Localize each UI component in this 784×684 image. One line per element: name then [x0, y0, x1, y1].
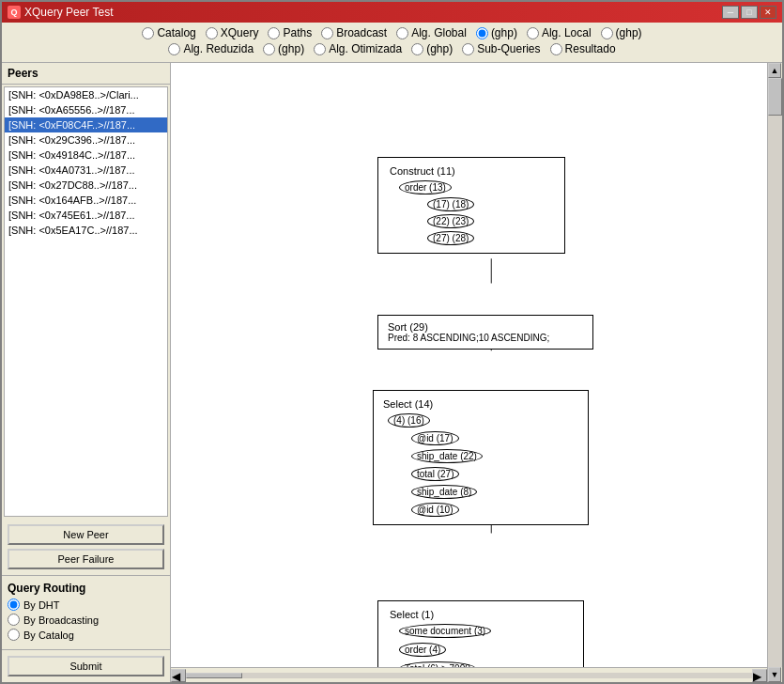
node-27-28: (27) (28) [427, 231, 474, 245]
radio-ghp3[interactable]: (ghp) [263, 42, 304, 55]
construct-box: Construct (11) order (13) (17) (18) (22)… [377, 157, 565, 254]
content-area: Catalog XQuery Paths Broadcast Alg. Glob… [2, 23, 782, 682]
main-window: Q XQuery Peer Test ─ □ ✕ Catalog XQuery … [0, 0, 784, 684]
node-total-27: total (27) [411, 467, 459, 481]
sidebar-header: Peers [2, 63, 170, 85]
maximize-button[interactable]: □ [741, 6, 758, 19]
v-scrollbar[interactable]: ▲ ▼ [767, 63, 782, 682]
peer-item[interactable]: [SNH: <0x27DC88..>//187... [5, 178, 167, 193]
sidebar: Peers [SNH: <0xDA98E8..>/Clari... [SNH: … [2, 63, 171, 682]
radio-ghp2[interactable]: (ghp) [601, 26, 642, 39]
radio-row-1: Catalog XQuery Paths Broadcast Alg. Glob… [9, 26, 775, 39]
select2-box: Select (1) some document (3) order (4) T… [377, 600, 584, 667]
radio-broadcast[interactable]: Broadcast [321, 26, 387, 39]
radio-bar: Catalog XQuery Paths Broadcast Alg. Glob… [2, 23, 782, 63]
diagram-outer: Construct (11) order (13) (17) (18) (22)… [171, 63, 767, 682]
radio-ghp1[interactable]: (ghp) [476, 26, 517, 39]
routing-dht[interactable]: By DHT [8, 598, 164, 611]
h-scrollbar[interactable]: ◀ ▶ [171, 667, 767, 682]
peer-item[interactable]: [SNH: <0x29C396..>//187... [5, 132, 167, 148]
query-routing: Query Routing By DHT By Broadcasting By … [2, 575, 170, 649]
construct-title: Construct (11) [390, 165, 553, 177]
select1-children: @id (17) ship_date (22) total (27) ship_… [411, 428, 578, 517]
peer-item-selected[interactable]: [SNH: <0xF08C4F..>//187... [5, 117, 167, 132]
node-atid-17: @id (17) [411, 431, 459, 445]
radio-alg-local[interactable]: Alg. Local [527, 26, 592, 39]
node-ship-date-8: ship_date (8) [411, 485, 477, 499]
diagram-svg [171, 63, 767, 667]
title-bar: Q XQuery Peer Test ─ □ ✕ [2, 2, 782, 23]
submit-button[interactable]: Submit [8, 656, 164, 676]
order-node: order (13) [399, 180, 452, 194]
sidebar-buttons: New Peer Peer Failure [2, 519, 170, 575]
scroll-thumb[interactable] [186, 673, 242, 678]
node-some-doc: some document (3) [399, 624, 491, 638]
peers-list[interactable]: [SNH: <0xDA98E8..>/Clari... [SNH: <0xA65… [4, 86, 168, 517]
peer-item[interactable]: [SNH: <0x4A0731..>//187... [5, 163, 167, 178]
scroll-left-button[interactable]: ◀ [171, 669, 186, 682]
scroll-down-button[interactable]: ▼ [768, 667, 781, 682]
radio-row-2: Alg. Reduzida (ghp) Alg. Otimizada (ghp)… [9, 42, 775, 55]
minimize-button[interactable]: ─ [722, 6, 739, 19]
sort-pred: Pred: 8 ASCENDING;10 ASCENDING; [388, 333, 583, 343]
app-icon: Q [8, 6, 21, 19]
node-4-16: (4) (16) [388, 413, 430, 428]
radio-paths[interactable]: Paths [268, 26, 312, 39]
node-atid-10: @id (10) [411, 503, 459, 517]
v-scroll-track[interactable] [768, 78, 782, 667]
peer-item[interactable]: [SNH: <0x5EA17C..>//187... [5, 223, 167, 238]
diagram-content: Construct (11) order (13) (17) (18) (22)… [171, 63, 767, 667]
close-button[interactable]: ✕ [760, 6, 776, 19]
select2-title: Select (1) [390, 609, 572, 620]
radio-ghp4[interactable]: (ghp) [411, 42, 453, 55]
routing-catalog[interactable]: By Catalog [8, 629, 164, 641]
node-17-18: (17) (18) [427, 197, 474, 211]
window-title: XQuery Peer Test [24, 6, 114, 19]
radio-sub-queries[interactable]: Sub-Queries [462, 42, 540, 55]
scroll-up-button[interactable]: ▲ [768, 63, 781, 78]
peer-failure-button[interactable]: Peer Failure [8, 549, 164, 569]
title-bar-left: Q XQuery Peer Test [8, 6, 114, 19]
node-ship-date-22: ship_date (22) [411, 449, 483, 463]
title-bar-controls: ─ □ ✕ [722, 6, 776, 19]
select2-nodes: some document (3) order (4) Total (6) > … [399, 624, 572, 667]
select1-title: Select (14) [383, 398, 578, 410]
construct-subtree: (17) (18) (22) (23) (27) (28) [427, 197, 553, 245]
radio-alg-global[interactable]: Alg. Global [396, 26, 467, 39]
radio-resultado[interactable]: Resultado [550, 42, 616, 55]
sort-box: Sort (29) Pred: 8 ASCENDING;10 ASCENDING… [377, 315, 593, 350]
peer-item[interactable]: [SNH: <0x745E61..>//187... [5, 208, 167, 223]
radio-xquery[interactable]: XQuery [206, 26, 259, 39]
peer-item[interactable]: [SNH: <0xA65556..>//187... [5, 102, 167, 117]
peer-item[interactable]: [SNH: <0xDA98E8..>/Clari... [5, 87, 167, 102]
node-total-6: Total (6) > 7000 [399, 661, 476, 667]
scroll-track[interactable] [186, 673, 752, 678]
diagram-area[interactable]: Construct (11) order (13) (17) (18) (22)… [171, 63, 767, 667]
radio-alg-reduzida[interactable]: Alg. Reduzida [168, 42, 254, 55]
radio-catalog[interactable]: Catalog [142, 26, 195, 39]
query-routing-title: Query Routing [8, 582, 164, 595]
scroll-right-button[interactable]: ▶ [752, 669, 767, 682]
construct-children: order (13) (17) (18) (22) (23) (27) (28) [399, 180, 553, 245]
select1-box: Select (14) (4) (16) @id (17) ship_date … [373, 390, 589, 525]
sort-title: Sort (29) [388, 321, 583, 333]
node-22-23: (22) (23) [427, 214, 474, 228]
new-peer-button[interactable]: New Peer [8, 524, 164, 545]
v-scroll-thumb[interactable] [768, 78, 782, 116]
radio-alg-otimizada[interactable]: Alg. Otimizada [314, 42, 402, 55]
peer-item[interactable]: [SNH: <0x49184C..>//187... [5, 148, 167, 163]
node-order-4: order (4) [399, 643, 446, 657]
routing-broadcasting[interactable]: By Broadcasting [8, 614, 164, 626]
submit-area: Submit [2, 649, 170, 682]
peer-item[interactable]: [SNH: <0x164AFB..>//187... [5, 193, 167, 208]
select1-nodes: (4) (16) @id (17) ship_date (22) total (… [388, 413, 578, 517]
main-area: Peers [SNH: <0xDA98E8..>/Clari... [SNH: … [2, 63, 782, 682]
